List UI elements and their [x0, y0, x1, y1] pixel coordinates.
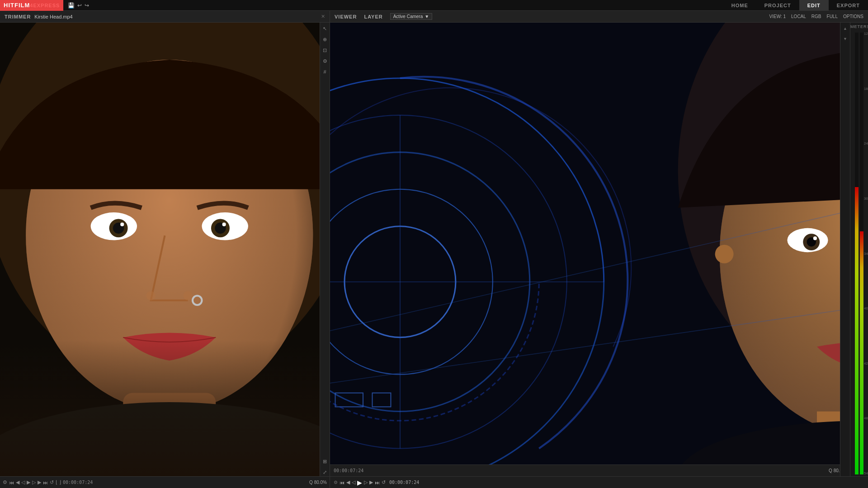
options-icon[interactable]: ⚙ [3, 479, 7, 485]
camera-label: Active Camera [393, 14, 423, 19]
svg-point-27 [813, 236, 817, 240]
meter-left-channel [855, 33, 859, 474]
trimmer-zoom: Q 80.0% [309, 480, 327, 485]
redo-icon[interactable]: ↪ [85, 2, 89, 9]
pointer-tool-icon[interactable]: ↖ [321, 24, 329, 33]
view-option[interactable]: VIEW: 1 [769, 14, 786, 19]
next-icon[interactable]: ▷ [32, 479, 36, 485]
meter-label-12: 12 [864, 32, 868, 36]
save-icon[interactable]: 💾 [68, 2, 75, 9]
viewer-bottom-bar: 00:00:07:24 Q 80.0% [330, 465, 850, 476]
logo-hitfilm: HITFILM [4, 2, 30, 9]
main-layout: TRIMMER Kirstie Head.mp4 ✕ [0, 11, 868, 488]
meters-panel: METERS 12 18 24 30 [850, 23, 868, 476]
viewer-play-icon[interactable]: ▶ [357, 479, 362, 486]
trimmer-video-area: ↖ ⊕ ⊡ ⚙ # ⊞ ⤢ [0, 23, 330, 476]
top-icons-group: 💾 ↩ ↪ [63, 2, 94, 9]
meter-label-54: 54 [864, 471, 868, 475]
logo-express: 4EXPRESS [30, 3, 60, 8]
viewer-panel: VIEWER LAYER Active Camera ▼ VIEW: 1 LOC… [330, 11, 868, 488]
meter-right-channel [860, 33, 863, 474]
meter-label-18: 18 [864, 87, 868, 91]
trimmer-title: TRIMMER [5, 14, 31, 19]
viewer-timecode: 00:00:07:24 [334, 468, 363, 473]
meter-label-24: 24 [864, 141, 868, 145]
fit-tool-icon[interactable]: ⊞ [321, 457, 329, 465]
trimmer-preview-frame [0, 23, 330, 476]
maximize-tool-icon[interactable]: ⤢ [321, 468, 329, 476]
mark-out-icon[interactable]: ⌋ [59, 479, 61, 485]
nav-links-group: HOME PROJECT EDIT EXPORT [723, 0, 868, 11]
viewer-right-controls: ▲ ▼ [840, 23, 850, 476]
viewer-content-area: DIAGNOSTICS ROCKET_ET [330, 23, 850, 476]
prev-icon[interactable]: ◁ [21, 479, 25, 485]
trimmer-filename: Kirstie Head.mp4 [34, 14, 72, 19]
nav-export[interactable]: EXPORT [829, 0, 868, 11]
viewer-ctrl-1[interactable]: ▲ [841, 24, 849, 33]
meters-title: METERS [850, 23, 868, 31]
app-logo: HITFILM4EXPRESS [0, 0, 63, 11]
viewer-loop-icon[interactable]: ↺ [382, 479, 386, 485]
frame-back-icon[interactable]: ◀ [16, 479, 19, 485]
undo-icon[interactable]: ↩ [77, 2, 82, 9]
mode-option[interactable]: RGB [811, 14, 821, 19]
dropdown-arrow-icon: ▼ [425, 14, 429, 19]
mark-in-icon[interactable]: ⌊ [56, 479, 57, 485]
viewer-main-area: DIAGNOSTICS ROCKET_ET [330, 23, 868, 476]
nav-project[interactable]: PROJECT [756, 0, 799, 11]
play-end-icon[interactable]: ⏭ [43, 480, 48, 485]
viewer-play-back-icon[interactable]: ⏮ [340, 480, 344, 485]
meter-label-34: 34 [864, 252, 868, 256]
viewer-play-end-icon[interactable]: ⏭ [375, 480, 380, 485]
layer-tab-title[interactable]: LAYER [364, 14, 382, 19]
nav-home[interactable]: HOME [723, 0, 756, 11]
trimmer-header: TRIMMER Kirstie Head.mp4 ✕ [0, 11, 330, 23]
top-navigation: HITFILM4EXPRESS 💾 ↩ ↪ HOME PROJECT EDIT … [0, 0, 868, 11]
play-back-icon[interactable]: ⏮ [9, 480, 14, 485]
viewer-frame-back-icon[interactable]: ◀ [346, 479, 350, 485]
meter-label-48: 48 [864, 416, 868, 420]
viewer-transport-timecode: 00:00:07:24 [389, 480, 419, 485]
meters-bars-area: 12 18 24 30 34 40 42 48 54 [850, 31, 868, 476]
play-icon[interactable]: ▶ [27, 479, 30, 485]
trimmer-toolbar-right: ↖ ⊕ ⊡ ⚙ # ⊞ ⤢ [320, 23, 330, 476]
trimmer-bottom-bar: ⚙ ⏮ ◀ ◁ ▶ ▷ ▶ ⏭ ↺ ⌊ ⌋ 00:00:07:24 Q 80.0… [0, 476, 330, 488]
frame-fwd-icon[interactable]: ▶ [38, 479, 41, 485]
nav-edit[interactable]: EDIT [799, 0, 829, 11]
viewer-transport-bar: ⚙ ⏮ ◀ ◁ ▶ ▷ ▶ ⏭ ↺ 00:00:07:24 [330, 476, 868, 488]
settings-tool-icon[interactable]: ⚙ [321, 57, 329, 65]
trimmer-close-icon[interactable]: ✕ [321, 14, 325, 19]
hud-svg: DIAGNOSTICS ROCKET_ET [330, 23, 850, 476]
viewer-header: VIEWER LAYER Active Camera ▼ VIEW: 1 LOC… [330, 11, 868, 23]
viewer-next-icon[interactable]: ▷ [364, 479, 368, 485]
options-option[interactable]: OPTIONS [843, 14, 863, 19]
meter-right-fill [860, 231, 863, 474]
trimmer-timecode: 00:00:07:24 [63, 480, 93, 485]
crop-tool-icon[interactable]: ⊡ [321, 46, 329, 54]
loop-icon[interactable]: ↺ [50, 479, 54, 485]
viewer-options: VIEW: 1 LOCAL RGB FULL OPTIONS [769, 14, 863, 19]
transform-tool-icon[interactable]: ⊕ [321, 35, 329, 43]
camera-dropdown[interactable]: Active Camera ▼ [390, 13, 432, 20]
meter-label-42: 42 [864, 361, 868, 366]
viewer-prev-icon[interactable]: ◁ [352, 479, 355, 485]
viewer-frame-fwd-icon[interactable]: ▶ [369, 479, 373, 485]
viewer-ctrl-2[interactable]: ▼ [841, 35, 849, 43]
grid-tool-icon[interactable]: # [321, 68, 329, 76]
space-option[interactable]: LOCAL [791, 14, 806, 19]
meter-label-30: 30 [864, 197, 868, 201]
meter-labels: 12 18 24 30 34 40 42 48 54 [864, 31, 868, 476]
viewer-options-icon[interactable]: ⚙ [334, 480, 338, 485]
trimmer-panel: TRIMMER Kirstie Head.mp4 ✕ [0, 11, 330, 488]
meter-left-fill [855, 187, 859, 474]
viewer-tab-title[interactable]: VIEWER [335, 14, 357, 19]
meter-label-40: 40 [864, 306, 868, 310]
size-option[interactable]: FULL [827, 14, 838, 19]
face-overlay [0, 340, 330, 476]
svg-point-32 [715, 245, 734, 263]
composite-preview: DIAGNOSTICS ROCKET_ET [330, 23, 850, 476]
